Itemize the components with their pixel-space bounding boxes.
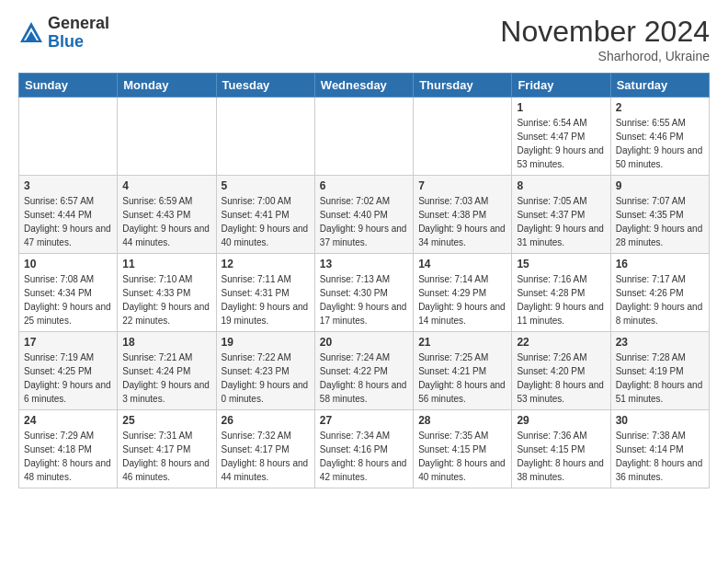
day-number: 2	[616, 101, 704, 114]
weekday-header: Friday	[512, 74, 610, 98]
day-info: Sunrise: 7:19 AMSunset: 4:25 PMDaylight:…	[24, 350, 112, 406]
calendar-cell: 24Sunrise: 7:29 AMSunset: 4:18 PMDayligh…	[19, 410, 118, 488]
day-info: Sunrise: 6:54 AMSunset: 4:47 PMDaylight:…	[517, 116, 605, 171]
calendar-cell	[19, 98, 118, 176]
day-info: Sunrise: 7:25 AMSunset: 4:21 PMDaylight:…	[418, 350, 506, 406]
weekday-header: Sunday	[19, 74, 118, 98]
day-info: Sunrise: 6:57 AMSunset: 4:44 PMDaylight:…	[24, 194, 112, 249]
day-info: Sunrise: 7:26 AMSunset: 4:20 PMDaylight:…	[517, 350, 605, 406]
calendar-cell: 9Sunrise: 7:07 AMSunset: 4:35 PMDaylight…	[610, 176, 709, 254]
day-number: 6	[320, 179, 408, 192]
day-number: 4	[122, 179, 210, 192]
calendar-page: General Blue November 2024 Sharhorod, Uk…	[0, 0, 728, 563]
day-number: 18	[122, 336, 210, 349]
day-number: 11	[122, 258, 210, 270]
day-number: 12	[222, 258, 310, 270]
day-info: Sunrise: 7:34 AMSunset: 4:16 PMDaylight:…	[320, 429, 408, 484]
calendar-cell: 2Sunrise: 6:55 AMSunset: 4:46 PMDaylight…	[610, 98, 709, 176]
day-number: 3	[24, 179, 112, 192]
day-number: 22	[517, 336, 605, 349]
logo-icon	[18, 20, 44, 46]
calendar-cell: 12Sunrise: 7:11 AMSunset: 4:31 PMDayligh…	[216, 254, 314, 332]
calendar-cell: 28Sunrise: 7:35 AMSunset: 4:15 PMDayligh…	[414, 410, 512, 488]
logo-general: General	[48, 14, 109, 32]
day-number: 29	[517, 414, 605, 427]
day-number: 10	[24, 258, 112, 270]
weekday-header: Wednesday	[314, 74, 413, 98]
calendar-week-row: 3Sunrise: 6:57 AMSunset: 4:44 PMDaylight…	[19, 176, 710, 254]
day-info: Sunrise: 7:11 AMSunset: 4:31 PMDaylight:…	[222, 272, 310, 327]
day-info: Sunrise: 7:36 AMSunset: 4:15 PMDaylight:…	[517, 429, 605, 484]
day-number: 27	[320, 414, 408, 427]
day-info: Sunrise: 7:16 AMSunset: 4:28 PMDaylight:…	[517, 272, 605, 327]
calendar-cell: 17Sunrise: 7:19 AMSunset: 4:25 PMDayligh…	[19, 332, 118, 410]
calendar-cell: 20Sunrise: 7:24 AMSunset: 4:22 PMDayligh…	[314, 332, 413, 410]
day-number: 30	[616, 414, 704, 427]
day-info: Sunrise: 7:08 AMSunset: 4:34 PMDaylight:…	[24, 272, 112, 327]
title-block: November 2024 Sharhorod, Ukraine	[500, 15, 710, 63]
day-number: 8	[517, 179, 605, 192]
day-info: Sunrise: 7:00 AMSunset: 4:41 PMDaylight:…	[222, 194, 310, 249]
calendar-table: SundayMondayTuesdayWednesdayThursdayFrid…	[18, 73, 710, 488]
logo-blue: Blue	[48, 32, 84, 51]
day-number: 24	[24, 414, 112, 427]
day-info: Sunrise: 7:29 AMSunset: 4:18 PMDaylight:…	[24, 429, 112, 484]
day-number: 1	[517, 101, 605, 114]
calendar-cell: 6Sunrise: 7:02 AMSunset: 4:40 PMDaylight…	[314, 176, 413, 254]
calendar-cell: 19Sunrise: 7:22 AMSunset: 4:23 PMDayligh…	[216, 332, 314, 410]
calendar-cell: 25Sunrise: 7:31 AMSunset: 4:17 PMDayligh…	[118, 410, 216, 488]
day-info: Sunrise: 7:14 AMSunset: 4:29 PMDaylight:…	[418, 272, 506, 327]
calendar-cell: 1Sunrise: 6:54 AMSunset: 4:47 PMDaylight…	[512, 98, 610, 176]
day-number: 15	[517, 258, 605, 270]
calendar-cell: 22Sunrise: 7:26 AMSunset: 4:20 PMDayligh…	[512, 332, 610, 410]
day-info: Sunrise: 7:05 AMSunset: 4:37 PMDaylight:…	[517, 194, 605, 249]
day-info: Sunrise: 7:31 AMSunset: 4:17 PMDaylight:…	[122, 429, 210, 484]
day-number: 28	[418, 414, 506, 427]
calendar-cell: 18Sunrise: 7:21 AMSunset: 4:24 PMDayligh…	[118, 332, 216, 410]
weekday-header-row: SundayMondayTuesdayWednesdayThursdayFrid…	[19, 74, 710, 98]
header: General Blue November 2024 Sharhorod, Uk…	[18, 15, 710, 63]
calendar-week-row: 1Sunrise: 6:54 AMSunset: 4:47 PMDaylight…	[19, 98, 710, 176]
calendar-cell: 4Sunrise: 6:59 AMSunset: 4:43 PMDaylight…	[118, 176, 216, 254]
calendar-cell: 23Sunrise: 7:28 AMSunset: 4:19 PMDayligh…	[610, 332, 709, 410]
day-info: Sunrise: 7:07 AMSunset: 4:35 PMDaylight:…	[616, 194, 704, 249]
day-number: 14	[418, 258, 506, 270]
day-info: Sunrise: 7:10 AMSunset: 4:33 PMDaylight:…	[122, 272, 210, 327]
day-info: Sunrise: 7:32 AMSunset: 4:17 PMDaylight:…	[222, 429, 310, 484]
day-info: Sunrise: 7:35 AMSunset: 4:15 PMDaylight:…	[418, 429, 506, 484]
day-number: 23	[616, 336, 704, 349]
day-number: 7	[418, 179, 506, 192]
day-info: Sunrise: 6:59 AMSunset: 4:43 PMDaylight:…	[122, 194, 210, 249]
calendar-cell	[314, 98, 413, 176]
day-info: Sunrise: 6:55 AMSunset: 4:46 PMDaylight:…	[616, 116, 704, 171]
calendar-cell: 3Sunrise: 6:57 AMSunset: 4:44 PMDaylight…	[19, 176, 118, 254]
day-info: Sunrise: 7:21 AMSunset: 4:24 PMDaylight:…	[122, 350, 210, 406]
day-number: 20	[320, 336, 408, 349]
calendar-cell: 7Sunrise: 7:03 AMSunset: 4:38 PMDaylight…	[414, 176, 512, 254]
weekday-header: Monday	[118, 74, 216, 98]
calendar-week-row: 24Sunrise: 7:29 AMSunset: 4:18 PMDayligh…	[19, 410, 710, 488]
day-number: 25	[122, 414, 210, 427]
calendar-cell: 11Sunrise: 7:10 AMSunset: 4:33 PMDayligh…	[118, 254, 216, 332]
calendar-cell: 5Sunrise: 7:00 AMSunset: 4:41 PMDaylight…	[216, 176, 314, 254]
calendar-cell	[216, 98, 314, 176]
day-info: Sunrise: 7:38 AMSunset: 4:14 PMDaylight:…	[616, 429, 704, 484]
day-number: 17	[24, 336, 112, 349]
day-number: 26	[222, 414, 310, 427]
day-number: 16	[616, 258, 704, 270]
day-number: 9	[616, 179, 704, 192]
calendar-cell: 8Sunrise: 7:05 AMSunset: 4:37 PMDaylight…	[512, 176, 610, 254]
calendar-cell: 30Sunrise: 7:38 AMSunset: 4:14 PMDayligh…	[610, 410, 709, 488]
day-info: Sunrise: 7:13 AMSunset: 4:30 PMDaylight:…	[320, 272, 408, 327]
weekday-header: Saturday	[610, 74, 709, 98]
logo: General Blue	[18, 15, 109, 52]
calendar-cell: 16Sunrise: 7:17 AMSunset: 4:26 PMDayligh…	[610, 254, 709, 332]
calendar-cell: 21Sunrise: 7:25 AMSunset: 4:21 PMDayligh…	[414, 332, 512, 410]
calendar-cell: 10Sunrise: 7:08 AMSunset: 4:34 PMDayligh…	[19, 254, 118, 332]
weekday-header: Thursday	[414, 74, 512, 98]
calendar-week-row: 10Sunrise: 7:08 AMSunset: 4:34 PMDayligh…	[19, 254, 710, 332]
day-info: Sunrise: 7:24 AMSunset: 4:22 PMDaylight:…	[320, 350, 408, 406]
day-info: Sunrise: 7:02 AMSunset: 4:40 PMDaylight:…	[320, 194, 408, 249]
calendar-cell: 27Sunrise: 7:34 AMSunset: 4:16 PMDayligh…	[314, 410, 413, 488]
day-number: 21	[418, 336, 506, 349]
